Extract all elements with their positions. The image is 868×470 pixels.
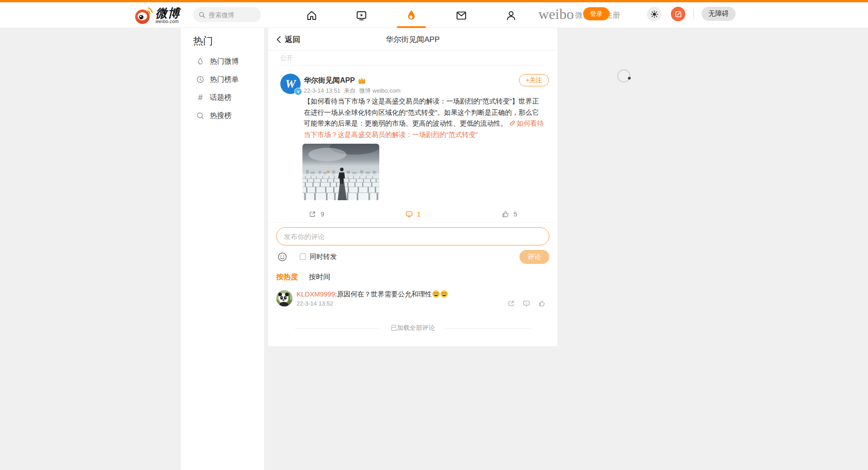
sidebar-item-label: 热门榜单 [210, 75, 239, 85]
active-tab-indicator [397, 26, 426, 28]
comment-input[interactable] [276, 227, 549, 245]
weibo-wordmark: weibo [538, 6, 574, 23]
loading-spinner [617, 69, 631, 83]
panda-avatar-image [276, 290, 292, 306]
search-input[interactable] [209, 11, 256, 19]
detail-header: 返回 华尔街见闻APP [268, 28, 557, 51]
thumb-up-icon [501, 210, 509, 218]
comment-button[interactable]: 1 [364, 206, 461, 222]
nav-home-button[interactable] [302, 6, 321, 24]
compose-button[interactable] [671, 7, 685, 21]
nav-messages-button[interactable] [452, 6, 470, 24]
comment-icon [405, 210, 413, 218]
sort-by-time-tab[interactable]: 按时间 [309, 273, 330, 282]
like-button[interactable]: 5 [461, 206, 557, 222]
post-source: 微博 weibo.com [359, 87, 401, 94]
smiley-icon [277, 252, 288, 262]
post-image[interactable] [302, 144, 379, 200]
theme-toggle-button[interactable] [647, 7, 661, 21]
search-icon [196, 111, 205, 120]
sidebar-title: 热门 [193, 34, 213, 48]
share-count: 9 [321, 211, 324, 218]
sidebar-item-label: 热搜榜 [210, 111, 231, 121]
divider [571, 9, 571, 21]
comment-share-button[interactable] [507, 299, 515, 307]
sidebar-menu: 热门微博 热门榜单 # 话题榜 热搜榜 [181, 52, 264, 125]
post-action-bar: 9 1 5 [268, 206, 557, 223]
composer-toolbar: 同时转发 评论 [276, 249, 549, 264]
comment-icon [523, 300, 530, 307]
mail-icon [455, 9, 467, 22]
vip-crown-icon: 6 [358, 77, 366, 85]
sidebar-item-label: 热门微博 [210, 57, 239, 66]
page-title: 华尔街见闻APP [268, 28, 557, 51]
logo-text: 微博 [156, 7, 180, 19]
person-icon [505, 9, 517, 22]
nav-video-button[interactable] [352, 6, 370, 24]
commenter-name[interactable]: KLDXM9999 [297, 290, 335, 298]
post-text: 【如何看待当下市场？这是高盛交易员的解读：一场剧烈的“范式转变”】世界正在进行一… [304, 96, 545, 140]
sidebar-item-hot-search[interactable]: 热搜榜 [181, 107, 264, 125]
comment-reply-button[interactable] [522, 299, 530, 307]
repost-label: 同时转发 [310, 253, 337, 261]
nav-profile-button[interactable] [502, 6, 520, 24]
laugh-emoji [432, 290, 440, 298]
svg-text:6: 6 [361, 82, 362, 84]
search-icon [198, 11, 206, 19]
top-accent-bar [0, 0, 868, 2]
weibo-eye-icon [134, 6, 153, 25]
divider [693, 9, 694, 21]
back-button[interactable]: 返回 [275, 28, 300, 51]
comment-text-line: KLDXM9999:原因何在？世界需要公允和理性 [297, 290, 495, 299]
sidebar-item-hot-ranking[interactable]: 热门榜单 [181, 70, 264, 89]
post: W V 华尔街见闻APP 6 22-3-14 13:51 来自 微博 weibo… [268, 66, 557, 346]
comments-end-note: 已加载全部评论 [268, 321, 557, 335]
search-box [193, 7, 261, 22]
submit-comment-button[interactable]: 评论 [519, 250, 549, 264]
flame-icon [196, 57, 205, 66]
post-detail-card: 返回 华尔街见闻APP 公开 W V 华尔街见闻APP 6 22-3-14 13… [268, 28, 557, 346]
commenter-avatar[interactable] [276, 290, 292, 306]
share-icon [308, 210, 316, 218]
laugh-emoji [440, 290, 448, 298]
hash-icon: # [196, 93, 205, 102]
author-avatar[interactable]: W V [280, 74, 301, 94]
share-button[interactable]: 9 [268, 206, 364, 222]
emoji-picker-button[interactable] [276, 251, 288, 263]
home-icon [306, 9, 318, 22]
comment-text: 原因何在？世界需要公允和理性 [337, 290, 432, 298]
post-meta: 22-3-14 13:51 来自 微博 weibo.com [304, 87, 401, 95]
sort-by-hot-tab[interactable]: 按热度 [276, 273, 298, 282]
source-prefix: 来自 [344, 87, 356, 94]
follow-button[interactable]: +关注 [519, 74, 549, 86]
flame-icon [405, 9, 418, 22]
share-icon [507, 300, 515, 307]
thumb-up-icon [538, 300, 546, 307]
comment-like-button[interactable] [538, 299, 546, 307]
sidebar-item-topic-ranking[interactable]: # 话题榜 [181, 89, 264, 107]
login-button[interactable]: 登录 [583, 7, 609, 20]
nav-hot-button[interactable] [402, 6, 420, 24]
sidebar-item-hot-weibo[interactable]: 热门微博 [181, 52, 264, 70]
comment-actions [507, 299, 546, 307]
sun-icon [650, 10, 659, 19]
visibility-label: 公开 [280, 54, 293, 62]
link-icon [509, 120, 516, 127]
chevron-left-icon [275, 36, 282, 43]
comment-timestamp: 22-3-14 13:52 [297, 300, 333, 307]
navbar: 微博 weibo.com [0, 2, 868, 28]
video-icon [355, 9, 368, 22]
accessibility-button[interactable]: 无障碍 [702, 7, 736, 21]
author-row: 华尔街见闻APP 6 [304, 76, 366, 85]
visibility-row: 公开 [268, 51, 557, 66]
logo-domain: weibo.com [156, 19, 180, 24]
sidebar-item-label: 话题榜 [210, 93, 231, 103]
comment-sort-tabs: 按热度 按时间 [276, 273, 330, 282]
sidebar: 热门 热门微博 热门榜单 # 话题榜 [181, 28, 264, 470]
repost-checkbox[interactable] [300, 254, 306, 260]
weibo-logo[interactable]: 微博 weibo.com [134, 5, 180, 26]
post-timestamp: 22-3-14 13:51 [304, 87, 340, 94]
author-name[interactable]: 华尔街见闻APP [304, 76, 355, 85]
clock-icon [196, 75, 205, 84]
weibo-hot-post-page: 微博 weibo.com [0, 0, 868, 470]
